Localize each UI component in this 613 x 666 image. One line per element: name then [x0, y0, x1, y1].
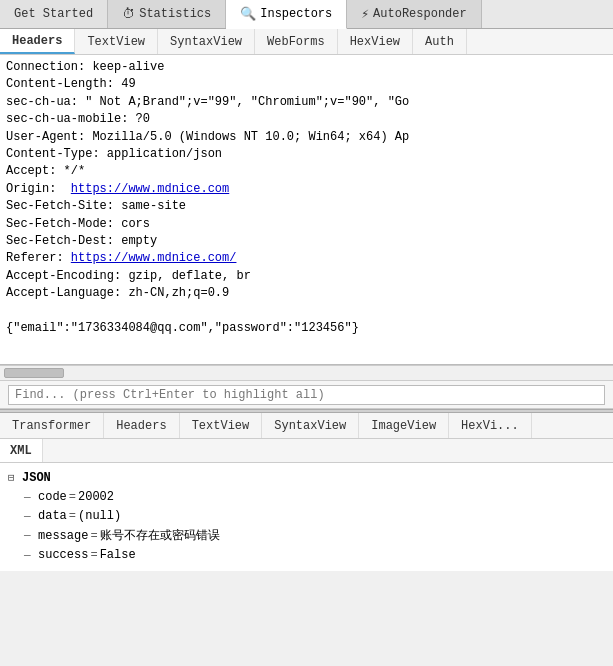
header-line-origin: Origin: https://www.mdnice.com [6, 181, 607, 198]
tree-root-label: JSON [22, 469, 51, 488]
request-sub-tab-bar: Headers TextView SyntaxView WebForms Hex… [0, 29, 613, 55]
resp-tab-textview[interactable]: TextView [180, 413, 263, 438]
header-line-1: Content-Length: 49 [6, 76, 607, 93]
req-tab-headers[interactable]: Headers [0, 29, 75, 54]
inspectors-label: Inspectors [260, 7, 332, 21]
resp-textview-label: TextView [192, 419, 250, 433]
find-bar [0, 381, 613, 409]
tab-inspectors[interactable]: 🔍 Inspectors [226, 0, 347, 29]
tab-autoresponder[interactable]: ⚡ AutoResponder [347, 0, 481, 28]
header-line-referer: Referer: https://www.mdnice.com/ [6, 250, 607, 267]
req-tab-hexview[interactable]: HexView [338, 29, 413, 54]
resp-tab-syntaxview[interactable]: SyntaxView [262, 413, 359, 438]
response-sub-tab-bar: Transformer Headers TextView SyntaxView … [0, 413, 613, 439]
header-line-8: Sec-Fetch-Mode: cors [6, 216, 607, 233]
resp-tab-hexview[interactable]: HexVi... [449, 413, 532, 438]
header-line-5: Content-Type: application/json [6, 146, 607, 163]
tree-toggle-root[interactable]: ⊟ [8, 470, 20, 488]
tree-sep-data: = [69, 507, 76, 526]
tree-leaf-icon-success: — [24, 547, 36, 565]
header-line-2: sec-ch-ua: " Not A;Brand";v="99", "Chrom… [6, 94, 607, 111]
xml-tab-label: XML [10, 444, 32, 458]
autoresponder-label: AutoResponder [373, 7, 467, 21]
get-started-label: Get Started [14, 7, 93, 21]
tree-sep-success: = [90, 546, 97, 565]
resp-hexview-label: HexVi... [461, 419, 519, 433]
header-line-11: Accept-Language: zh-CN,zh;q=0.9 [6, 285, 607, 302]
header-line-body: {"email":"1736334084@qq.com","password":… [6, 320, 607, 337]
scrollbar-thumb[interactable] [4, 368, 64, 378]
header-line-7: Sec-Fetch-Site: same-site [6, 198, 607, 215]
tree-node-success: — success = False [8, 546, 605, 565]
inspectors-icon: 🔍 [240, 6, 256, 22]
tree-val-code: 20002 [78, 488, 114, 507]
tree-node-message: — message = 账号不存在或密码错误 [8, 527, 605, 546]
tree-root: ⊟ JSON [8, 469, 605, 488]
resp-tab-transformer[interactable]: Transformer [0, 413, 104, 438]
tree-leaf-icon-code: — [24, 489, 36, 507]
autoresponder-icon: ⚡ [361, 6, 369, 22]
header-line-blank [6, 302, 607, 319]
xml-tab-bar: XML [0, 439, 613, 463]
referer-link[interactable]: https://www.mdnice.com/ [71, 251, 237, 265]
xml-tab[interactable]: XML [0, 439, 43, 462]
header-line-6: Accept: */* [6, 163, 607, 180]
statistics-icon: ⏱ [122, 7, 135, 22]
request-headers-content: Connection: keep-alive Content-Length: 4… [0, 55, 613, 365]
header-line-9: Sec-Fetch-Dest: empty [6, 233, 607, 250]
tree-leaf-icon-data: — [24, 508, 36, 526]
req-webforms-label: WebForms [267, 35, 325, 49]
horizontal-scrollbar[interactable] [0, 365, 613, 381]
resp-transformer-label: Transformer [12, 419, 91, 433]
tree-key-success: success [38, 546, 88, 565]
find-input[interactable] [8, 385, 605, 405]
resp-headers-label: Headers [116, 419, 166, 433]
tree-key-message: message [38, 527, 88, 546]
resp-imageview-label: ImageView [371, 419, 436, 433]
req-textview-label: TextView [87, 35, 145, 49]
resp-tab-imageview[interactable]: ImageView [359, 413, 449, 438]
req-tab-auth[interactable]: Auth [413, 29, 467, 54]
req-hexview-label: HexView [350, 35, 400, 49]
resp-tab-headers[interactable]: Headers [104, 413, 179, 438]
tree-sep-message: = [90, 527, 97, 546]
tab-statistics[interactable]: ⏱ Statistics [108, 0, 226, 28]
req-tab-webforms[interactable]: WebForms [255, 29, 338, 54]
tab-get-started[interactable]: Get Started [0, 0, 108, 28]
tree-sep-code: = [69, 488, 76, 507]
tree-key-data: data [38, 507, 67, 526]
header-line-4: User-Agent: Mozilla/5.0 (Windows NT 10.0… [6, 129, 607, 146]
header-line-10: Accept-Encoding: gzip, deflate, br [6, 268, 607, 285]
tree-node-data: — data = (null) [8, 507, 605, 526]
req-auth-label: Auth [425, 35, 454, 49]
tree-leaf-icon-message: — [24, 527, 36, 545]
statistics-label: Statistics [139, 7, 211, 21]
tree-val-success: False [100, 546, 136, 565]
header-line-0: Connection: keep-alive [6, 59, 607, 76]
tree-node-code: — code = 20002 [8, 488, 605, 507]
req-tab-syntaxview[interactable]: SyntaxView [158, 29, 255, 54]
req-tab-textview[interactable]: TextView [75, 29, 158, 54]
top-tab-bar: Get Started ⏱ Statistics 🔍 Inspectors ⚡ … [0, 0, 613, 29]
tree-val-message: 账号不存在或密码错误 [100, 527, 220, 546]
resp-syntaxview-label: SyntaxView [274, 419, 346, 433]
origin-link[interactable]: https://www.mdnice.com [71, 182, 229, 196]
req-headers-label: Headers [12, 34, 62, 48]
header-line-3: sec-ch-ua-mobile: ?0 [6, 111, 607, 128]
json-tree-panel: ⊟ JSON — code = 20002 — data = (null) — … [0, 463, 613, 571]
tree-key-code: code [38, 488, 67, 507]
tree-val-data: (null) [78, 507, 121, 526]
req-syntaxview-label: SyntaxView [170, 35, 242, 49]
